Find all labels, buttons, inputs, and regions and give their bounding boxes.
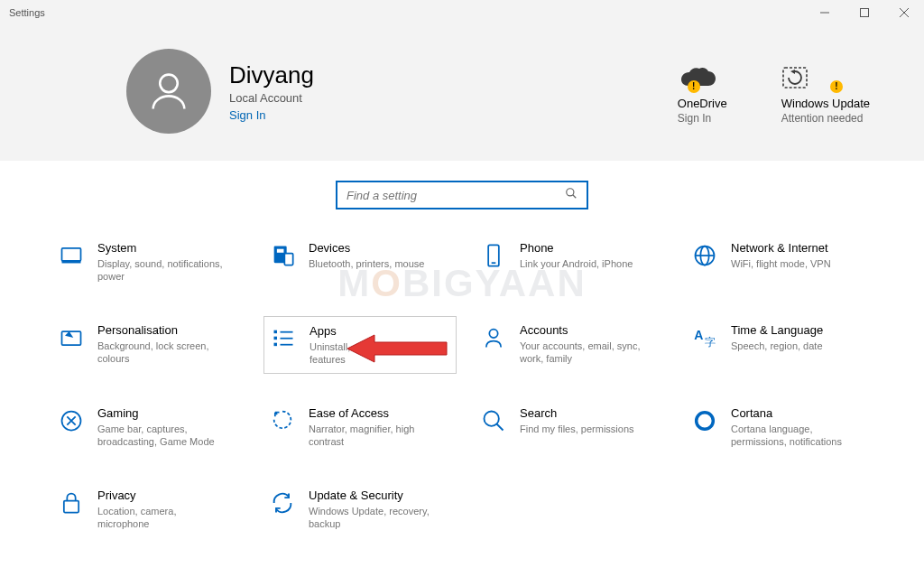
apps-icon: [270, 324, 297, 367]
category-apps[interactable]: AppsUninstall, defaults, optional featur…: [263, 316, 457, 375]
onedrive-icon: !: [678, 59, 727, 91]
svg-rect-33: [64, 500, 79, 512]
category-title: Search: [520, 406, 634, 420]
personalisation-icon: [58, 323, 85, 368]
category-title: Phone: [520, 241, 633, 255]
gaming-icon: [58, 406, 85, 449]
category-subtitle: Narrator, magnifier, high contrast: [309, 423, 435, 449]
category-subtitle: Location, camera, microphone: [97, 505, 224, 531]
window-titlebar: Settings: [0, 0, 924, 25]
svg-rect-21: [274, 336, 278, 340]
svg-point-32: [697, 413, 714, 430]
category-subtitle: Display, sound, notifications, power: [97, 257, 224, 284]
svg-rect-12: [276, 248, 284, 254]
close-button[interactable]: [884, 0, 924, 25]
cortana-icon: [691, 406, 718, 449]
category-devices[interactable]: DevicesBluetooth, printers, mouse: [263, 234, 457, 291]
category-subtitle: Your accounts, email, sync, work, family: [520, 340, 646, 366]
category-title: Privacy: [97, 489, 224, 502]
svg-point-30: [485, 412, 499, 426]
svg-rect-22: [274, 342, 278, 346]
svg-rect-24: [281, 337, 293, 339]
category-personalisation[interactable]: PersonalisationBackground, lock screen, …: [52, 316, 245, 375]
settings-header: Divyang Local Account Sign In ! OneDrive…: [0, 25, 924, 161]
warning-badge-icon: !: [830, 80, 843, 93]
category-accounts[interactable]: AccountsYour accounts, email, sync, work…: [475, 316, 668, 375]
onedrive-title: OneDrive: [678, 97, 727, 110]
category-phone[interactable]: PhoneLink your Android, iPhone: [475, 234, 668, 291]
windows-update-status[interactable]: ! Windows Update Attention needed: [781, 59, 870, 125]
svg-line-7: [573, 195, 577, 199]
svg-rect-25: [281, 343, 293, 345]
category-subtitle: Find my files, permissions: [520, 423, 634, 435]
category-subtitle: Cortana language, permissions, notificat…: [731, 423, 857, 449]
svg-point-4: [160, 75, 178, 93]
category-title: Gaming: [97, 406, 224, 420]
windows-update-icon: !: [781, 59, 870, 91]
category-subtitle: Uninstall, defaults, optional features: [310, 340, 436, 367]
svg-rect-9: [62, 248, 81, 261]
accounts-icon: [480, 323, 507, 368]
category-subtitle: WiFi, flight mode, VPN: [731, 257, 831, 270]
phone-icon: [480, 241, 507, 284]
ease-icon: [269, 406, 296, 449]
category-update[interactable]: Update & SecurityWindows Update, recover…: [263, 481, 457, 538]
signin-link[interactable]: Sign In: [229, 108, 314, 122]
svg-text:字: 字: [705, 336, 716, 348]
window-controls: [805, 0, 924, 25]
category-title: Apps: [310, 324, 436, 338]
category-subtitle: Speech, region, date: [731, 340, 823, 352]
search-icon: [565, 187, 578, 203]
system-icon: [58, 241, 85, 284]
category-title: Accounts: [520, 323, 646, 337]
category-title: Devices: [309, 241, 424, 255]
maximize-button[interactable]: [845, 0, 884, 25]
category-privacy[interactable]: PrivacyLocation, camera, microphone: [52, 481, 245, 538]
search-icon: [480, 406, 507, 449]
time-icon: A字: [691, 323, 718, 368]
category-search[interactable]: SearchFind my files, permissions: [475, 399, 668, 456]
svg-rect-1: [861, 9, 869, 17]
svg-rect-23: [281, 330, 293, 332]
user-name: Divyang: [229, 61, 314, 89]
category-title: Ease of Access: [309, 406, 435, 420]
svg-rect-19: [62, 331, 81, 345]
svg-point-26: [489, 329, 497, 337]
category-system[interactable]: SystemDisplay, sound, notifications, pow…: [52, 234, 245, 291]
category-subtitle: Windows Update, recovery, backup: [309, 505, 435, 531]
search-input[interactable]: [346, 189, 565, 202]
category-title: System: [97, 241, 224, 255]
user-account-type: Local Account: [229, 91, 314, 105]
svg-line-31: [497, 424, 504, 431]
category-gaming[interactable]: GamingGame bar, captures, broadcasting, …: [52, 399, 245, 456]
search-box[interactable]: [336, 181, 588, 209]
user-info: Divyang Local Account Sign In: [229, 61, 314, 122]
settings-categories-grid: SystemDisplay, sound, notifications, pow…: [0, 229, 924, 537]
category-subtitle: Bluetooth, printers, mouse: [309, 257, 424, 270]
minimize-button[interactable]: [805, 0, 845, 25]
update-icon: [269, 489, 296, 531]
svg-point-6: [567, 189, 574, 196]
category-time[interactable]: A字Time & LanguageSpeech, region, date: [686, 316, 879, 375]
svg-text:A: A: [694, 328, 703, 342]
category-title: Update & Security: [309, 489, 435, 502]
category-cortana[interactable]: CortanaCortana language, permissions, no…: [686, 399, 879, 456]
svg-rect-20: [274, 330, 278, 333]
category-subtitle: Game bar, captures, broadcasting, Game M…: [97, 423, 224, 449]
warning-badge-icon: !: [688, 80, 700, 93]
category-ease[interactable]: Ease of AccessNarrator, magnifier, high …: [263, 399, 457, 456]
category-title: Cortana: [731, 406, 857, 420]
avatar: [126, 49, 211, 134]
onedrive-subtitle: Sign In: [678, 112, 727, 125]
search-container: [0, 161, 924, 229]
svg-rect-13: [284, 254, 292, 265]
windows-update-subtitle: Attention needed: [781, 112, 870, 125]
status-section: ! OneDrive Sign In ! Windows Update Atte…: [678, 59, 870, 125]
network-icon: [691, 241, 718, 284]
onedrive-status[interactable]: ! OneDrive Sign In: [678, 59, 727, 125]
category-network[interactable]: Network & InternetWiFi, flight mode, VPN: [686, 234, 879, 291]
category-title: Time & Language: [731, 323, 823, 337]
category-title: Network & Internet: [731, 241, 831, 255]
user-block: Divyang Local Account Sign In: [126, 49, 314, 134]
windows-update-title: Windows Update: [781, 97, 870, 110]
